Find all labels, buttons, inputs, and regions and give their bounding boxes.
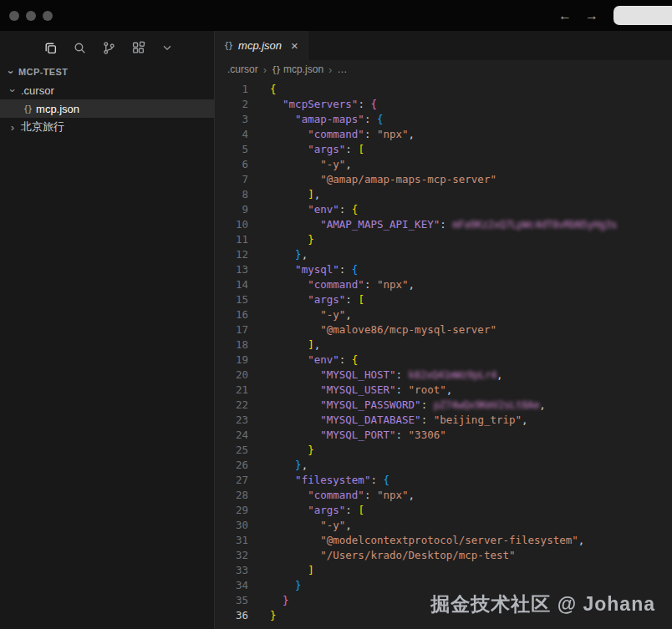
line-number: 11 <box>215 232 248 247</box>
activity-bar <box>0 33 214 63</box>
code-text: } <box>270 578 302 593</box>
editor-column: {} mcp.json × .cursor›{}mcp.json›… 1{2 "… <box>215 31 672 629</box>
line-number: 30 <box>215 518 248 533</box>
code-line[interactable]: 2 "mcpServers": { <box>215 97 672 112</box>
line-number: 15 <box>215 292 248 307</box>
titlebar: ← → <box>0 0 672 31</box>
app-window: ← → <box>0 0 672 629</box>
zoom-button[interactable] <box>43 11 53 21</box>
code-line[interactable]: 1{ <box>215 82 672 97</box>
code-line[interactable]: 24 "MYSQL_PORT": "3306" <box>215 428 672 443</box>
code-line[interactable]: 3 "amap-maps": { <box>215 112 672 127</box>
code-text: "env": { <box>270 202 358 217</box>
code-line[interactable]: 8 ], <box>215 187 672 202</box>
tab-mcp-json[interactable]: {} mcp.json × <box>215 31 308 60</box>
forward-arrow-icon[interactable]: → <box>578 9 605 23</box>
line-number: 29 <box>215 503 248 518</box>
explorer-copy-icon[interactable] <box>42 39 59 56</box>
code-text: }, <box>270 247 308 262</box>
line-number: 19 <box>215 353 248 368</box>
code-line[interactable]: 17 "@malove86/mcp-mysql-server" <box>215 322 672 337</box>
code-line[interactable]: 7 "@amap/amap-maps-mcp-server" <box>215 172 672 187</box>
code-line[interactable]: 22 "MYSQL_PASSWORD": pZ74wQx9KmV2sLt8Ae, <box>215 398 672 413</box>
code-text: "mysql": { <box>270 262 358 277</box>
code-line[interactable]: 18 ], <box>215 337 672 353</box>
code-line[interactable]: 14 "command": "npx", <box>215 277 672 292</box>
breadcrumb-item[interactable]: … <box>337 63 347 75</box>
line-number: 24 <box>215 428 248 443</box>
code-line[interactable]: 26 }, <box>215 458 672 473</box>
chevron-down-icon: › <box>6 68 17 76</box>
line-number: 1 <box>215 82 248 97</box>
line-number: 21 <box>215 383 248 398</box>
extensions-icon[interactable] <box>130 39 146 56</box>
code-text: "mcpServers": { <box>270 97 377 112</box>
code-line[interactable]: 12 }, <box>215 247 672 262</box>
tab-label: mcp.json <box>238 39 282 52</box>
code-line[interactable]: 19 "env": { <box>215 353 672 368</box>
line-number: 33 <box>215 563 248 578</box>
tree-item-label: .cursor <box>21 84 54 97</box>
code-text: "/Users/krado/Desktop/mcp-test" <box>270 548 516 563</box>
explorer-section-header[interactable]: › MCP-TEST <box>0 63 214 81</box>
code-line[interactable]: 9 "env": { <box>215 202 672 217</box>
watermark-text: 掘金技术社区 @ Johana <box>430 591 655 617</box>
json-file-icon: {} <box>272 65 280 74</box>
line-number: 17 <box>215 322 248 337</box>
code-text: "args": [ <box>270 142 364 157</box>
line-number: 18 <box>215 337 248 353</box>
back-arrow-icon[interactable]: ← <box>552 9 578 23</box>
code-text: "command": "npx", <box>270 277 415 292</box>
code-line[interactable]: 6 "-y", <box>215 157 672 172</box>
line-number: 3 <box>215 112 248 127</box>
code-text: } <box>270 593 289 608</box>
breadcrumb-item[interactable]: {}mcp.json <box>272 63 323 75</box>
code-text: "MYSQL_USER": "root", <box>270 383 452 398</box>
code-text: "args": [ <box>270 503 364 518</box>
code-line[interactable]: 13 "mysql": { <box>215 262 672 277</box>
line-number: 27 <box>215 473 248 488</box>
code-line[interactable]: 4 "command": "npx", <box>215 127 672 142</box>
titlebar-search-box[interactable] <box>613 6 672 25</box>
code-line[interactable]: 28 "command": "npx", <box>215 488 672 503</box>
code-line[interactable]: 31 "@modelcontextprotocol/server-filesys… <box>215 533 672 548</box>
code-line[interactable]: 27 "filesystem": { <box>215 473 672 488</box>
code-line[interactable]: 25 } <box>215 443 672 458</box>
close-tab-icon[interactable]: × <box>291 39 298 52</box>
code-line[interactable]: 32 "/Users/krado/Desktop/mcp-test" <box>215 548 672 563</box>
code-line[interactable]: 16 "-y", <box>215 307 672 322</box>
line-number: 9 <box>215 202 248 217</box>
code-line[interactable]: 20 "MYSQL_HOST": k82xQ41mWz9pLr4, <box>215 368 672 383</box>
code-text: } <box>270 232 314 247</box>
code-text: "-y", <box>270 307 352 322</box>
code-text: } <box>270 443 314 458</box>
code-editor[interactable]: 1{2 "mcpServers": {3 "amap-maps": {4 "co… <box>215 79 672 629</box>
code-line[interactable]: 30 "-y", <box>215 518 672 533</box>
source-control-icon[interactable] <box>100 39 117 56</box>
line-number: 25 <box>215 443 248 458</box>
tree-item-beijing-folder[interactable]: ›北京旅行 <box>0 118 214 136</box>
tree-item-mcp-json[interactable]: {}mcp.json <box>0 99 214 118</box>
code-line[interactable]: 15 "args": [ <box>215 292 672 307</box>
code-lines: 1{2 "mcpServers": {3 "amap-maps": {4 "co… <box>215 82 672 623</box>
tree-item-cursor-folder[interactable]: ›.cursor <box>0 81 214 99</box>
line-number: 12 <box>215 247 248 262</box>
code-line[interactable]: 29 "args": [ <box>215 503 672 518</box>
chevron-down-icon[interactable] <box>159 39 176 56</box>
breadcrumb-item[interactable]: .cursor <box>227 63 258 75</box>
close-button[interactable] <box>9 11 19 21</box>
search-icon[interactable] <box>71 39 88 56</box>
code-text: "amap-maps": { <box>270 112 384 127</box>
line-number: 13 <box>215 262 248 277</box>
code-text: "MYSQL_PASSWORD": pZ74wQx9KmV2sLt8Ae, <box>270 398 546 413</box>
code-line[interactable]: 23 "MYSQL_DATABASE": "beijing_trip", <box>215 413 672 428</box>
traffic-lights <box>0 11 53 21</box>
minimize-button[interactable] <box>26 11 36 21</box>
code-line[interactable]: 10 "AMAP_MAPS_API_KEY": mFa9Kz2xQ7LpWc4d… <box>215 217 672 232</box>
code-text: "filesystem": { <box>270 473 389 488</box>
code-line[interactable]: 33 ] <box>215 563 672 578</box>
line-number: 36 <box>215 608 248 623</box>
code-line[interactable]: 5 "args": [ <box>215 142 672 157</box>
code-line[interactable]: 21 "MYSQL_USER": "root", <box>215 383 672 398</box>
code-line[interactable]: 11 } <box>215 232 672 247</box>
